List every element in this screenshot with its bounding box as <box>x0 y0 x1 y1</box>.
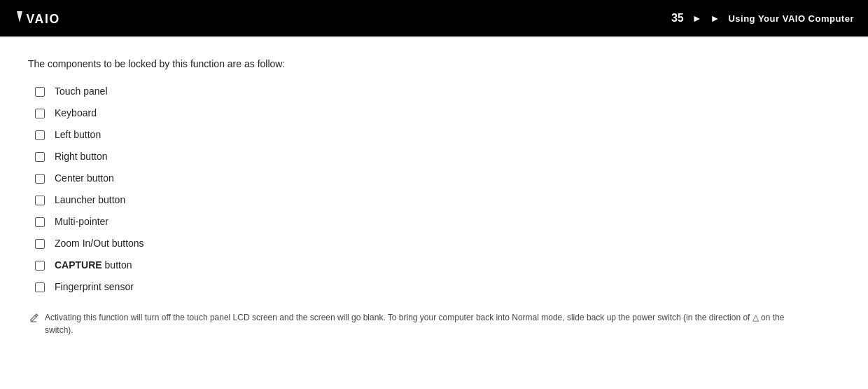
list-item-label-10: Fingerprint sensor <box>55 280 134 294</box>
list-item-label-5: Center button <box>55 171 114 186</box>
list-item-capture: CAPTURE button <box>35 255 840 275</box>
checkbox-icon-5 <box>35 174 45 184</box>
list-item-label-3: Left button <box>55 128 101 142</box>
header-right-section: 35 ► ► Using Your VAIO Computer <box>671 12 854 25</box>
component-list: Touch panel Keyboard Left button Right b… <box>35 81 840 297</box>
list-item: Keyboard <box>35 103 840 123</box>
list-item: Zoom In/Out buttons <box>35 233 840 254</box>
list-item: Right button <box>35 146 840 167</box>
list-item-label-6: Launcher button <box>55 193 125 207</box>
checkbox-icon-3 <box>35 130 45 140</box>
list-item: Left button <box>35 125 840 145</box>
capture-bold-text: CAPTURE <box>55 259 102 271</box>
header-title: Using Your VAIO Computer <box>728 13 854 24</box>
checkbox-icon-8 <box>35 239 45 249</box>
intro-text: The components to be locked by this func… <box>28 57 840 71</box>
svg-text:VAIO: VAIO <box>27 12 60 26</box>
checkbox-icon-4 <box>35 152 45 162</box>
checkbox-icon-2 <box>35 109 45 118</box>
header-bar: VAIO 35 ► ► Using Your VAIO Computer <box>0 0 868 36</box>
list-item: Touch panel <box>35 81 840 102</box>
list-item: Center button <box>35 168 840 189</box>
main-content: The components to be locked by this func… <box>0 37 868 350</box>
page-number: 35 <box>671 12 684 25</box>
vaio-logo-svg: VAIO <box>14 8 81 28</box>
list-item-label-8: Zoom In/Out buttons <box>55 236 144 251</box>
vaio-logo-container: VAIO <box>14 8 81 28</box>
note-text: Activating this function will turn off t… <box>45 311 815 336</box>
list-item-label-9: CAPTURE button <box>55 258 132 273</box>
checkbox-icon-6 <box>35 196 45 205</box>
list-item: Launcher button <box>35 190 840 210</box>
pencil-icon <box>28 313 39 324</box>
list-item: Multi-pointer <box>35 212 840 232</box>
checkbox-icon-7 <box>35 217 45 227</box>
nav-arrow2: ► <box>710 13 720 24</box>
list-item: Fingerprint sensor <box>35 277 840 297</box>
checkbox-icon-9 <box>35 261 45 271</box>
checkbox-icon-1 <box>35 87 45 97</box>
list-item-label-4: Right button <box>55 149 108 164</box>
note-section: Activating this function will turn off t… <box>28 308 840 336</box>
list-item-label-1: Touch panel <box>55 84 108 99</box>
list-item-label-7: Multi-pointer <box>55 214 108 229</box>
svg-line-1 <box>35 315 36 317</box>
checkbox-icon-10 <box>35 282 45 292</box>
list-item-label-2: Keyboard <box>55 106 97 121</box>
nav-arrow: ► <box>692 13 702 24</box>
